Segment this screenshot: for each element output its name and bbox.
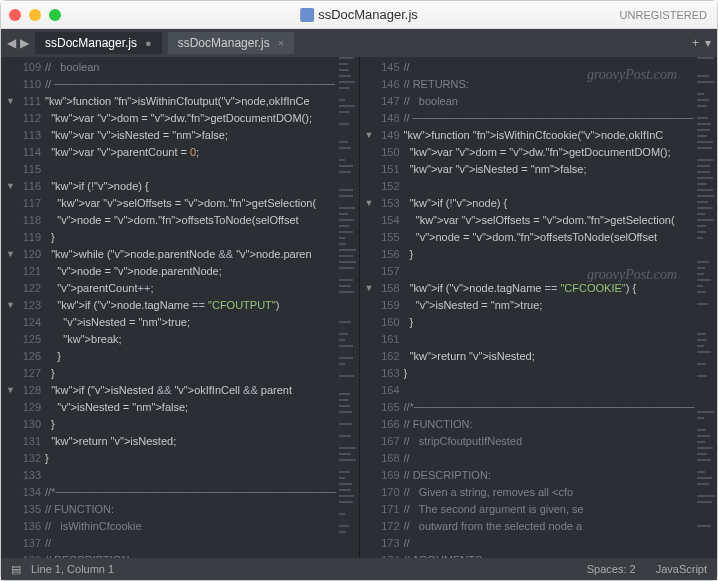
window-title: ssDocManager.js bbox=[300, 7, 418, 22]
syntax-setting[interactable]: JavaScript bbox=[656, 563, 707, 575]
indent-setting[interactable]: Spaces: 2 bbox=[587, 563, 636, 575]
tab-label: ssDocManager.js bbox=[178, 36, 270, 50]
close-window-icon[interactable] bbox=[9, 9, 21, 21]
code-area[interactable]: // boolean// ───────────────────────────… bbox=[45, 57, 339, 558]
tab-label: ssDocManager.js bbox=[45, 36, 137, 50]
nav-forward-icon[interactable]: ▶ bbox=[20, 36, 29, 50]
line-gutter[interactable]: 145146147148▼149150151152▼15315415515615… bbox=[360, 57, 404, 558]
minimap[interactable] bbox=[697, 57, 717, 558]
cursor-position[interactable]: Line 1, Column 1 bbox=[31, 563, 114, 575]
code-area[interactable]: //// RETURNS:// boolean// ──────────────… bbox=[404, 57, 698, 558]
tab-dirty-icon[interactable]: ● bbox=[145, 37, 152, 49]
close-tab-icon[interactable]: × bbox=[278, 37, 284, 49]
nav-back-icon[interactable]: ◀ bbox=[7, 36, 16, 50]
new-tab-icon[interactable]: + bbox=[692, 36, 699, 50]
tab-2[interactable]: ssDocManager.js × bbox=[168, 32, 294, 54]
editor-area: 109110▼111112113114115▼116117118119▼1201… bbox=[1, 57, 717, 558]
status-bar: ▤ Line 1, Column 1 Spaces: 2 JavaScript bbox=[1, 558, 717, 580]
minimap[interactable] bbox=[339, 57, 359, 558]
tab-bar: ◀ ▶ ssDocManager.js ● ssDocManager.js × … bbox=[1, 29, 717, 57]
file-icon bbox=[300, 8, 314, 22]
editor-window: ssDocManager.js UNREGISTERED ◀ ▶ ssDocMa… bbox=[0, 0, 718, 581]
line-gutter[interactable]: 109110▼111112113114115▼116117118119▼1201… bbox=[1, 57, 45, 558]
zoom-window-icon[interactable] bbox=[49, 9, 61, 21]
tab-1[interactable]: ssDocManager.js ● bbox=[35, 32, 162, 54]
nav-arrows: ◀ ▶ bbox=[7, 36, 29, 50]
menu-icon[interactable]: ▤ bbox=[11, 563, 21, 576]
registration-status: UNREGISTERED bbox=[620, 9, 707, 21]
right-pane: groovyPost.com groovyPost.com 1451461471… bbox=[359, 57, 718, 558]
titlebar: ssDocManager.js UNREGISTERED bbox=[1, 1, 717, 29]
minimize-window-icon[interactable] bbox=[29, 9, 41, 21]
title-text: ssDocManager.js bbox=[318, 7, 418, 22]
left-pane: 109110▼111112113114115▼116117118119▼1201… bbox=[1, 57, 359, 558]
tab-menu-icon[interactable]: ▾ bbox=[705, 36, 711, 50]
traffic-lights bbox=[9, 9, 61, 21]
